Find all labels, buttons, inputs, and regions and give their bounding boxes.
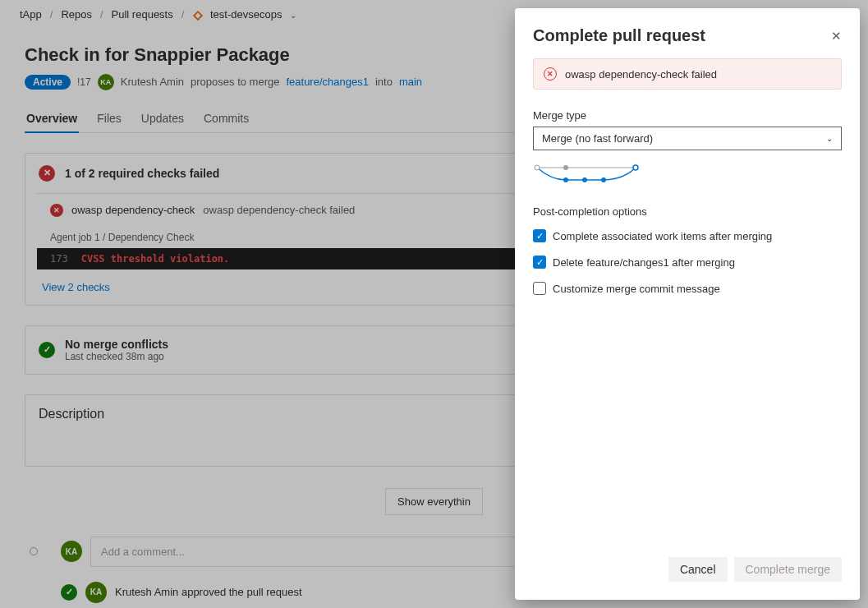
svg-point-1	[535, 165, 540, 170]
cancel-button[interactable]: Cancel	[668, 557, 728, 582]
merge-type-value: Merge (no fast forward)	[542, 132, 653, 145]
option-delete-branch[interactable]: ✓ Delete feature/changes1 after merging	[533, 256, 842, 269]
post-options-label: Post-completion options	[533, 205, 842, 218]
checkbox-unchecked-icon[interactable]	[533, 282, 546, 295]
option-label: Complete associated work items after mer…	[553, 230, 772, 242]
merge-graph	[533, 164, 842, 186]
checkbox-checked-icon[interactable]: ✓	[533, 229, 546, 242]
chevron-down-icon: ⌄	[826, 134, 833, 143]
option-label: Customize merge commit message	[553, 283, 720, 295]
svg-point-5	[601, 177, 606, 182]
panel-title: Complete pull request	[533, 26, 705, 45]
merge-type-label: Merge type	[533, 109, 842, 122]
option-customize-message[interactable]: Customize merge commit message	[533, 282, 842, 295]
svg-point-4	[582, 177, 587, 182]
svg-point-2	[563, 165, 568, 170]
complete-merge-button[interactable]: Complete merge	[734, 557, 843, 582]
error-banner: ✕ owasp dependency-check failed	[533, 58, 842, 90]
complete-pr-panel: Complete pull request ✕ ✕ owasp dependen…	[515, 8, 860, 600]
checkbox-checked-icon[interactable]: ✓	[533, 256, 546, 269]
close-icon[interactable]: ✕	[831, 29, 842, 44]
svg-point-3	[563, 177, 568, 182]
merge-type-select[interactable]: Merge (no fast forward) ⌄	[533, 127, 842, 150]
error-icon: ✕	[544, 67, 557, 81]
svg-point-6	[633, 165, 638, 170]
option-label: Delete feature/changes1 after merging	[553, 256, 735, 269]
error-text: owasp dependency-check failed	[565, 68, 717, 81]
option-complete-workitems[interactable]: ✓ Complete associated work items after m…	[533, 229, 842, 242]
